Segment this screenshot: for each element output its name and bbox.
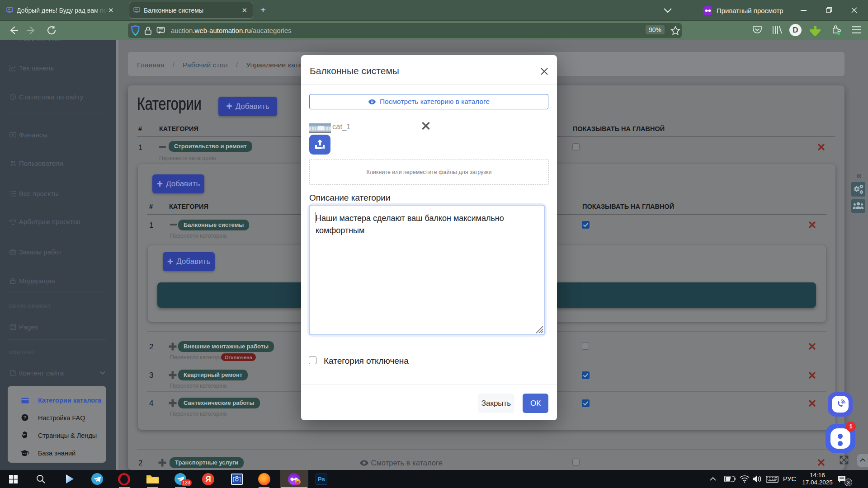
svg-text:?: ?: [24, 415, 26, 420]
